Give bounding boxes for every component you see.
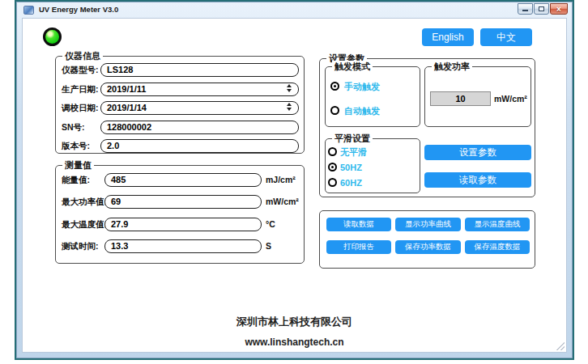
field-label-version: 版本号: <box>62 139 90 153</box>
model-field[interactable]: LS128 <box>100 63 299 77</box>
sn-field[interactable]: 128000002 <box>100 121 299 134</box>
hz50-label[interactable]: 50HZ <box>340 162 362 174</box>
show-temp-curve-button[interactable]: 显示温度曲线 <box>465 218 530 231</box>
trigger-power-unit-label: mW/cm² <box>494 92 527 106</box>
field-label-model: 仪器型号: <box>62 63 99 77</box>
read-data-button[interactable]: 读取数据 <box>326 218 391 231</box>
max-temp-unit-label: °C <box>266 218 275 231</box>
measure-label-max-temp: 最大温度值: <box>62 218 107 231</box>
hz50-radio[interactable] <box>328 163 337 171</box>
trigger-power-title: 触发功率 <box>432 61 472 73</box>
test-time-value-field[interactable]: 13.3 <box>104 239 262 253</box>
show-power-curve-button[interactable]: 显示功率曲线 <box>395 218 461 231</box>
spinner-down-icon[interactable] <box>287 108 292 111</box>
minimize-icon <box>522 10 528 11</box>
chinese-language-button[interactable]: 中文 <box>480 28 532 46</box>
auto-trigger-radio[interactable] <box>330 106 339 115</box>
max-temp-value-field[interactable]: 27.9 <box>104 218 262 231</box>
spinner-up-icon[interactable] <box>287 103 292 106</box>
auto-trigger-label[interactable]: 自动触发 <box>344 105 380 117</box>
window-title: UV Energy Meter V3.0 <box>39 5 118 14</box>
hz60-radio[interactable] <box>328 178 337 187</box>
field-label-calibration-date: 调校日期: <box>62 101 99 115</box>
measure-label-max-power: 最大功率值: <box>62 195 107 209</box>
max-power-unit-label: mW/cm² <box>266 195 299 209</box>
version-field[interactable]: 2.0 <box>100 139 299 153</box>
manual-trigger-label[interactable]: 手动触发 <box>344 81 380 93</box>
app-window: UV Energy Meter V3.0 × English 中文 仪器信息 仪… <box>16 2 573 358</box>
energy-value-field[interactable]: 485 <box>104 173 262 187</box>
website-label: www.linshangtech.cn <box>23 336 566 348</box>
set-parameters-button[interactable]: 设置参数 <box>424 145 531 160</box>
app-icon <box>23 6 34 15</box>
field-label-production-date: 生产日期: <box>62 83 99 96</box>
status-led-indicator <box>43 28 62 46</box>
production-date-field[interactable]: 2019/1/11 <box>100 83 299 96</box>
read-parameters-button[interactable]: 读取参数 <box>424 172 531 188</box>
close-button[interactable]: × <box>550 3 568 15</box>
close-icon: × <box>551 4 567 14</box>
save-temp-data-button[interactable]: 保存温度数据 <box>465 240 530 254</box>
energy-unit-label: mJ/cm² <box>266 173 296 187</box>
field-label-sn: SN号: <box>62 121 85 134</box>
max-power-value-field[interactable]: 69 <box>104 195 262 209</box>
resize-grip[interactable] <box>556 341 565 350</box>
smoothing-title: 平滑设置 <box>332 133 373 145</box>
titlebar: UV Energy Meter V3.0 × <box>17 2 572 18</box>
production-date-spinner <box>287 84 292 92</box>
hz60-label[interactable]: 60HZ <box>340 177 362 189</box>
measure-label-energy: 能量值: <box>62 173 90 187</box>
no-smoothing-radio[interactable] <box>328 147 337 156</box>
spinner-up-icon[interactable] <box>287 84 292 87</box>
measure-label-test-time: 测试时间: <box>62 239 99 253</box>
client-area: English 中文 仪器信息 仪器型号: LS128 生产日期: 2019/1… <box>22 18 567 353</box>
manual-trigger-radio[interactable] <box>330 82 339 91</box>
english-language-button[interactable]: English <box>422 28 474 46</box>
test-time-unit-label: S <box>266 239 271 253</box>
spinner-down-icon[interactable] <box>287 89 292 92</box>
no-smoothing-label[interactable]: 无平滑 <box>340 146 367 159</box>
maximize-icon <box>539 6 544 11</box>
trigger-mode-group: 触发模式 <box>325 66 420 127</box>
calibration-date-spinner <box>287 103 292 111</box>
maximize-button[interactable] <box>534 3 549 15</box>
window-controls: × <box>518 3 568 15</box>
minimize-button[interactable] <box>518 3 533 15</box>
calibration-date-field[interactable]: 2019/1/14 <box>100 101 299 115</box>
trigger-mode-title: 触发模式 <box>332 61 373 73</box>
measurements-title: 测量值 <box>62 159 94 171</box>
company-name-label: 深圳市林上科技有限公司 <box>23 315 566 329</box>
save-power-data-button[interactable]: 保存功率数据 <box>395 240 461 254</box>
trigger-power-value-field[interactable]: 10 <box>430 91 491 106</box>
smoothing-group: 平滑设置 <box>325 138 420 193</box>
print-report-button[interactable]: 打印报告 <box>326 240 391 254</box>
instrument-info-title: 仪器信息 <box>62 50 103 62</box>
